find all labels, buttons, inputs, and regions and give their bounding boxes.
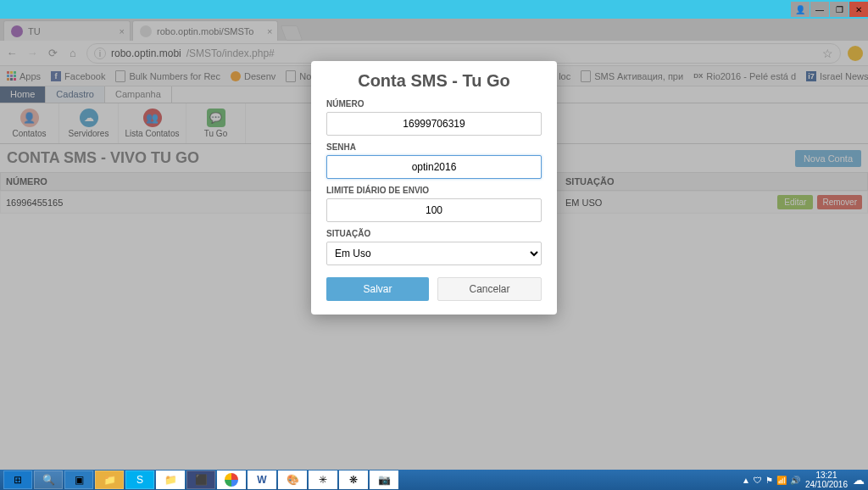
- modal-dialog: Conta SMS - Tu Go NÚMERO SENHA LIMITE DI…: [311, 61, 557, 315]
- task-item[interactable]: ✳: [309, 471, 337, 489]
- input-limite[interactable]: [326, 198, 542, 222]
- select-situacao[interactable]: Em Uso: [326, 242, 542, 265]
- taskbar-clock[interactable]: 13:21 24/10/2016: [805, 471, 848, 489]
- task-item[interactable]: S: [125, 471, 154, 489]
- cancelar-button[interactable]: Cancelar: [437, 277, 542, 301]
- modal-overlay: Conta SMS - Tu Go NÚMERO SENHA LIMITE DI…: [0, 19, 868, 470]
- task-item[interactable]: 📷: [370, 471, 398, 489]
- clock-date: 24/10/2016: [805, 480, 848, 489]
- taskbar: ⊞ 🔍 ▣ 📁 S 📁 ⬛ W 🎨 ✳ ❋ 📷 ▲ 🛡 ⚑ 📶 🔊 13:21 …: [0, 470, 868, 490]
- task-item[interactable]: [217, 471, 246, 489]
- label-limite: LIMITE DIÁRIO DE ENVIO: [326, 186, 542, 195]
- label-numero: NÚMERO: [326, 99, 542, 109]
- task-item[interactable]: 🎨: [278, 471, 307, 489]
- tray-icon[interactable]: ▲: [742, 476, 750, 485]
- task-item[interactable]: ⬛: [186, 471, 215, 489]
- weather-icon[interactable]: ☁: [853, 473, 865, 487]
- flag-icon[interactable]: ⚑: [765, 476, 773, 485]
- clock-time: 13:21: [805, 471, 848, 480]
- task-item[interactable]: 🔍: [34, 471, 63, 489]
- volume-icon[interactable]: 🔊: [790, 476, 800, 485]
- network-icon[interactable]: 📶: [776, 476, 787, 485]
- shield-icon[interactable]: 🛡: [754, 476, 762, 485]
- system-tray[interactable]: ▲ 🛡 ⚑ 📶 🔊: [742, 476, 800, 485]
- window-maximize[interactable]: ❐: [830, 2, 849, 17]
- task-item[interactable]: ▣: [64, 471, 93, 489]
- start-button[interactable]: ⊞: [3, 471, 32, 489]
- task-item[interactable]: 📁: [95, 471, 124, 489]
- input-senha[interactable]: [326, 155, 542, 179]
- salvar-button[interactable]: Salvar: [326, 277, 429, 301]
- window-user-icon[interactable]: 👤: [791, 2, 810, 17]
- task-item[interactable]: 📁: [156, 471, 185, 489]
- window-minimize[interactable]: —: [810, 2, 829, 17]
- input-numero[interactable]: [326, 112, 542, 136]
- label-senha: SENHA: [326, 142, 542, 152]
- window-close[interactable]: ✕: [849, 2, 868, 17]
- task-item[interactable]: ❋: [339, 471, 368, 489]
- modal-title: Conta SMS - Tu Go: [326, 71, 542, 91]
- task-item[interactable]: W: [248, 471, 276, 489]
- window-titlebar: 👤 — ❐ ✕: [0, 0, 868, 19]
- label-situacao: SITUAÇÃO: [326, 229, 542, 238]
